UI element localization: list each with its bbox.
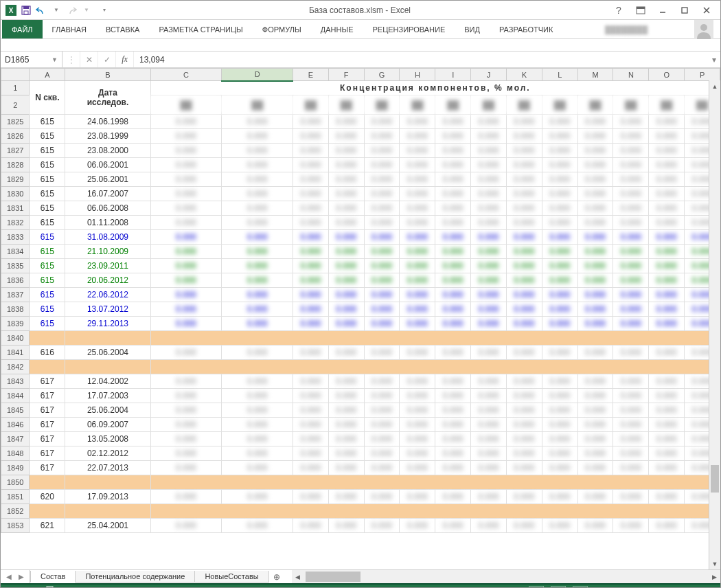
account-avatar[interactable]	[694, 20, 713, 39]
cell-value[interactable]: 0.000	[435, 245, 471, 259]
cell-value[interactable]: 0.000	[364, 432, 400, 446]
cell-value[interactable]: 0.000	[364, 129, 400, 144]
column-headers[interactable]: ABCDEFGHIJKLMNOP	[1, 69, 720, 81]
cell-value[interactable]: 0.000	[435, 418, 471, 432]
cell-value[interactable]: 0.000	[400, 403, 435, 418]
cell-value[interactable]: 0.000	[328, 187, 364, 201]
cell-well-number[interactable]	[30, 504, 65, 519]
cell-value[interactable]: 0.000	[613, 302, 649, 317]
sub-header[interactable]: ██	[150, 95, 222, 115]
cell-value[interactable]: 0.000	[471, 389, 507, 403]
cell-date[interactable]: 02.12.2012	[65, 446, 150, 461]
cell-value[interactable]: 0.000	[613, 446, 649, 461]
column-header[interactable]: J	[471, 69, 507, 81]
cell-value[interactable]: 0.000	[364, 317, 400, 331]
cell-well-number[interactable]: 615	[30, 201, 65, 216]
qat-customize-icon[interactable]: ▾	[98, 4, 111, 16]
cell-value[interactable]: 0.000	[328, 461, 364, 475]
cell-value[interactable]: 0.000	[293, 389, 328, 403]
redo-icon[interactable]	[65, 4, 78, 16]
cell-well-number[interactable]: 615	[30, 115, 65, 129]
cell-date[interactable]: 06.09.2007	[65, 418, 150, 432]
redo-dropdown-icon[interactable]: ▼	[80, 4, 93, 16]
minimize-icon[interactable]	[654, 3, 671, 17]
cell-value[interactable]: 0.000	[471, 446, 507, 461]
cell-value[interactable]: 0.000	[328, 129, 364, 144]
cell-value[interactable]: 0.000	[293, 519, 328, 533]
cell-value[interactable]: 0.000	[542, 201, 577, 216]
cell-well-number[interactable]: 615	[30, 288, 65, 302]
cell-value[interactable]: 0.000	[150, 519, 222, 533]
cell-value[interactable]: 0.000	[649, 259, 685, 273]
cell-value[interactable]: 0.000	[542, 519, 577, 533]
cell-value[interactable]: 0.000	[471, 216, 507, 230]
cell-value[interactable]: 0.000	[649, 144, 685, 158]
cell-value[interactable]: 0.000	[471, 259, 507, 273]
cell-value[interactable]: 0.000	[649, 389, 685, 403]
cell-well-number[interactable]: 615	[30, 129, 65, 144]
row-header[interactable]: 1853	[1, 519, 30, 533]
cell-value[interactable]: 0.000	[293, 230, 328, 245]
cell-value[interactable]: 0.000	[293, 158, 328, 172]
cell-value[interactable]: 0.000	[577, 403, 613, 418]
sub-header[interactable]: ██	[506, 95, 542, 115]
cell-value[interactable]: 0.000	[435, 432, 471, 446]
cell-value[interactable]: 0.000	[400, 230, 435, 245]
cell-value[interactable]: 0.000	[328, 144, 364, 158]
cell-value[interactable]: 0.000	[506, 288, 542, 302]
cell-value[interactable]: 0.000	[364, 187, 400, 201]
cell-value[interactable]: 0.000	[613, 259, 649, 273]
cell-value[interactable]: 0.000	[577, 418, 613, 432]
sub-header[interactable]: ██	[328, 95, 364, 115]
row-header[interactable]: 1835	[1, 259, 30, 273]
cell-value[interactable]: 0.000	[400, 432, 435, 446]
cell-value[interactable]: 0.000	[435, 259, 471, 273]
cell-well-number[interactable]: 615	[30, 302, 65, 317]
sub-header[interactable]: ██	[649, 95, 685, 115]
cell-value[interactable]: 0.000	[506, 317, 542, 331]
sub-header[interactable]: ██	[222, 95, 293, 115]
cell-value[interactable]: 0.000	[649, 432, 685, 446]
cell-value[interactable]: 0.000	[435, 461, 471, 475]
formula-expand-icon[interactable]: ▾	[708, 52, 720, 67]
cell-well-number[interactable]: 615	[30, 144, 65, 158]
cell-value[interactable]: 0.000	[400, 144, 435, 158]
cell-value[interactable]: 0.000	[400, 115, 435, 129]
cell-value[interactable]: 0.000	[613, 273, 649, 288]
cell-value[interactable]: 0.000	[293, 288, 328, 302]
sub-header[interactable]: ██	[435, 95, 471, 115]
cell-value[interactable]: 0.000	[222, 346, 293, 360]
row-header[interactable]: 1827	[1, 144, 30, 158]
row-header[interactable]: 1852	[1, 504, 30, 519]
cell-value[interactable]: 0.000	[542, 187, 577, 201]
row-header[interactable]: 1838	[1, 302, 30, 317]
cell-date[interactable]: 24.06.1998	[65, 115, 150, 129]
cell-value[interactable]: 0.000	[506, 129, 542, 144]
cell-value[interactable]: 0.000	[222, 519, 293, 533]
cell-value[interactable]: 0.000	[506, 374, 542, 389]
cell-date[interactable]: 25.06.2004	[65, 346, 150, 360]
header-concentration[interactable]: Концентрация компонентов, % мол.	[150, 81, 720, 95]
cell-value[interactable]: 0.000	[364, 230, 400, 245]
cell-well-number[interactable]: 615	[30, 317, 65, 331]
cell-value[interactable]: 0.000	[364, 418, 400, 432]
cell-value[interactable]: 0.000	[150, 259, 222, 273]
cell-value[interactable]: 0.000	[435, 129, 471, 144]
cell-value[interactable]: 0.000	[222, 374, 293, 389]
cell-value[interactable]: 0.000	[506, 389, 542, 403]
cell-value[interactable]: 0.000	[577, 115, 613, 129]
cell-well-number[interactable]: 617	[30, 374, 65, 389]
cell-date[interactable]: 13.05.2008	[65, 432, 150, 446]
cell-value[interactable]: 0.000	[506, 216, 542, 230]
cell-value[interactable]: 0.000	[542, 461, 577, 475]
sub-header[interactable]: ██	[613, 95, 649, 115]
cell-value[interactable]: 0.000	[577, 230, 613, 245]
cell-value[interactable]: 0.000	[613, 317, 649, 331]
cell-value[interactable]: 0.000	[613, 418, 649, 432]
cell-value[interactable]: 0.000	[364, 490, 400, 504]
cell-value[interactable]: 0.000	[435, 273, 471, 288]
cell-value[interactable]: 0.000	[613, 519, 649, 533]
cell-well-number[interactable]: 615	[30, 158, 65, 172]
cell-value[interactable]: 0.000	[506, 115, 542, 129]
cell-value[interactable]: 0.000	[364, 302, 400, 317]
